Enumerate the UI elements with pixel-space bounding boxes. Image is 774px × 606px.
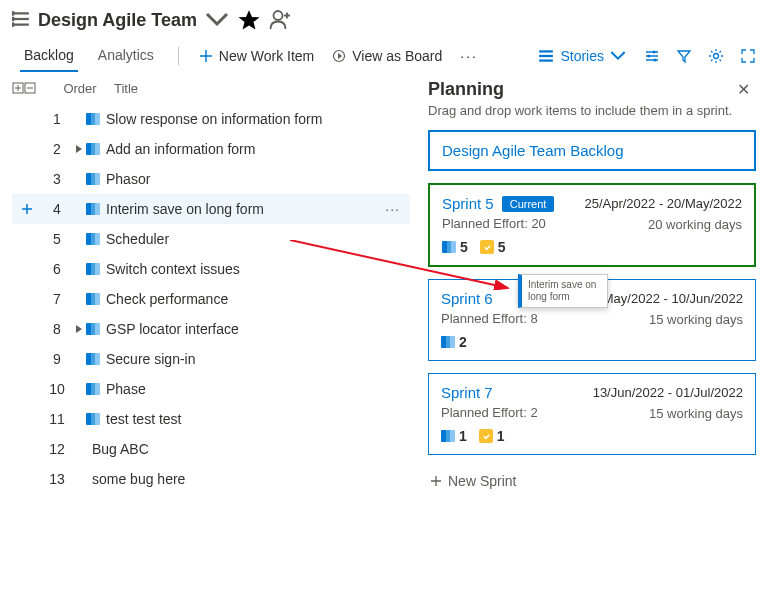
svg-point-13 (654, 59, 657, 62)
svg-point-14 (714, 54, 719, 59)
user-story-icon (441, 430, 455, 442)
sprint-dates: 13/Jun/2022 - 01/Jul/2022 (593, 385, 743, 400)
team-members-icon[interactable] (269, 8, 293, 32)
new-sprint-button[interactable]: New Sprint (428, 467, 518, 495)
tab-backlog[interactable]: Backlog (12, 41, 86, 71)
backlog-row[interactable]: 8GSP locator interface (12, 314, 410, 344)
svg-rect-8 (540, 50, 554, 52)
sprint-card[interactable]: Sprint 713/Jun/2022 - 01/Jul/2022Planned… (428, 373, 756, 455)
backlog-row[interactable]: 10Phase (12, 374, 410, 404)
toolbar-right: Stories (530, 42, 762, 70)
expand-caret-icon[interactable] (72, 145, 86, 153)
close-panel-button[interactable]: ✕ (731, 78, 756, 101)
row-order: 10 (42, 381, 72, 397)
user-story-icon (86, 203, 100, 215)
svg-rect-3 (12, 11, 14, 16)
backlog-row[interactable]: 2Add an information form (12, 134, 410, 164)
story-count: 2 (441, 334, 467, 350)
working-days-label: 15 working days (649, 312, 743, 327)
view-options-icon[interactable] (638, 42, 666, 70)
work-item-title[interactable]: Secure sign-in (106, 351, 410, 367)
view-as-board-button[interactable]: View as Board (324, 44, 450, 68)
svg-rect-9 (540, 55, 554, 57)
svg-point-11 (653, 51, 656, 54)
user-story-icon (86, 353, 100, 365)
new-work-item-button[interactable]: New Work Item (191, 44, 322, 68)
user-story-icon (86, 143, 100, 155)
user-story-icon (86, 263, 100, 275)
favorite-star-icon[interactable] (237, 8, 261, 32)
backlog-level-selector[interactable]: Stories (530, 44, 634, 68)
work-item-title[interactable]: Bug ABC (92, 441, 410, 457)
column-header-title[interactable]: Title (110, 81, 410, 96)
row-order: 11 (42, 411, 72, 427)
story-count: 1 (441, 428, 467, 444)
work-item-title[interactable]: Check performance (106, 291, 410, 307)
sprint-name-link[interactable]: Sprint 6 (441, 290, 493, 307)
working-days-label: 20 working days (648, 217, 742, 232)
row-order: 12 (42, 441, 72, 457)
main-content: Order Title 1Slow response on informatio… (0, 72, 774, 495)
drag-ghost-item: Interim save on long form (518, 274, 608, 308)
backlog-row[interactable]: 1Slow response on information form (12, 104, 410, 134)
backlog-row[interactable]: 4Interim save on long form··· (12, 194, 410, 224)
user-story-icon (86, 173, 100, 185)
row-context-menu-button[interactable]: ··· (385, 201, 410, 217)
view-as-board-label: View as Board (352, 48, 442, 64)
row-order: 9 (42, 351, 72, 367)
row-order: 4 (42, 201, 72, 217)
filter-icon[interactable] (670, 42, 698, 70)
expand-caret-icon[interactable] (72, 325, 86, 333)
new-work-item-label: New Work Item (219, 48, 314, 64)
expand-collapse-icons[interactable] (12, 82, 40, 94)
page-title: Design Agile Team (38, 10, 197, 31)
work-item-title[interactable]: test test test (106, 411, 410, 427)
team-chevron-down-icon[interactable] (205, 8, 229, 32)
settings-gear-icon[interactable] (702, 42, 730, 70)
tab-analytics[interactable]: Analytics (86, 41, 166, 71)
sprint-dates: 25/Apr/2022 - 20/May/2022 (584, 196, 742, 211)
work-item-title[interactable]: some bug here (92, 471, 410, 487)
sprint-card[interactable]: Sprint 5Current25/Apr/2022 - 20/May/2022… (428, 183, 756, 267)
work-item-title[interactable]: Phasor (106, 171, 410, 187)
work-item-title[interactable]: Add an information form (106, 141, 410, 157)
svg-rect-4 (12, 16, 14, 21)
work-item-title[interactable]: Switch context issues (106, 261, 410, 277)
sprint-dates: 23/May/2022 - 10/Jun/2022 (585, 291, 743, 306)
backlog-row[interactable]: 5Scheduler (12, 224, 410, 254)
backlog-row[interactable]: 11test test test (12, 404, 410, 434)
row-order: 5 (42, 231, 72, 247)
backlog-card-title[interactable]: Design Agile Team Backlog (442, 142, 624, 159)
backlog-row[interactable]: 13some bug here (12, 464, 410, 494)
row-order: 1 (42, 111, 72, 127)
work-item-title[interactable]: Phase (106, 381, 410, 397)
user-story-icon (86, 383, 100, 395)
backlog-row[interactable]: 9Secure sign-in (12, 344, 410, 374)
backlog-row[interactable]: 12Bug ABC (12, 434, 410, 464)
backlog-row[interactable]: 6Switch context issues (12, 254, 410, 284)
work-item-title[interactable]: Slow response on information form (106, 111, 410, 127)
work-item-title[interactable]: Interim save on long form (106, 201, 385, 217)
separator (178, 47, 179, 65)
work-item-title[interactable]: Scheduler (106, 231, 410, 247)
backlog-level-label: Stories (560, 48, 604, 64)
backlog-row[interactable]: 7Check performance (12, 284, 410, 314)
more-actions-button[interactable]: ··· (452, 44, 486, 68)
sprint-name-link[interactable]: Sprint 7 (441, 384, 493, 401)
row-order: 7 (42, 291, 72, 307)
work-item-title[interactable]: GSP locator interface (106, 321, 410, 337)
svg-rect-1 (13, 17, 29, 19)
backlog-drop-card[interactable]: Design Agile Team Backlog (428, 130, 756, 171)
task-count: 5 (480, 239, 506, 255)
row-order: 13 (42, 471, 72, 487)
user-story-icon (86, 413, 100, 425)
sprint-name-link[interactable]: Sprint 5 (442, 195, 494, 212)
backlog-row[interactable]: 3Phasor (12, 164, 410, 194)
column-header-order[interactable]: Order (50, 81, 110, 96)
user-story-icon (86, 293, 100, 305)
row-order: 8 (42, 321, 72, 337)
story-count: 5 (442, 239, 468, 255)
fullscreen-icon[interactable] (734, 42, 762, 70)
row-add-button[interactable] (12, 203, 42, 215)
table-header: Order Title (12, 72, 410, 104)
